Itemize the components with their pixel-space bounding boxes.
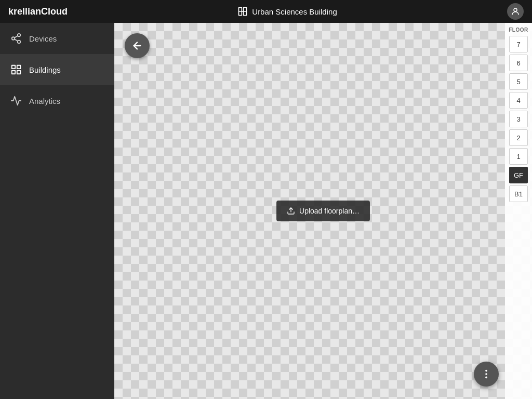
floor-btn-gf[interactable]: GF: [509, 167, 528, 183]
back-button[interactable]: [125, 33, 150, 58]
sidebar: Devices Buildings Analytics: [0, 23, 114, 399]
upload-floorplan-button[interactable]: Upload floorplan…: [276, 201, 370, 221]
building-name: Urban Sciences Building: [252, 7, 337, 16]
building-icon: [237, 6, 248, 17]
sidebar-item-analytics[interactable]: Analytics: [0, 85, 114, 116]
svg-rect-8: [12, 65, 15, 69]
floor-btn-7[interactable]: 7: [509, 36, 528, 52]
floor-btn-b1[interactable]: B1: [509, 185, 528, 202]
floor-panel: FLOOR 7 6 5 4 3 2 1 GF B1: [505, 23, 532, 399]
analytics-icon: [10, 95, 22, 107]
more-options-icon: [481, 368, 492, 380]
svg-rect-9: [17, 65, 20, 69]
logo-bold: krellian: [8, 6, 41, 17]
floor-btn-2[interactable]: 2: [509, 129, 528, 146]
svg-line-7: [15, 36, 18, 38]
upload-icon: [287, 207, 295, 215]
devices-label: Devices: [29, 34, 57, 43]
logo-light: Cloud: [41, 6, 68, 17]
floor-panel-label: FLOOR: [509, 27, 528, 33]
topbar: krellianCloud Urban Sciences Building: [0, 0, 532, 23]
svg-line-6: [15, 39, 18, 41]
floor-btn-1[interactable]: 1: [509, 148, 528, 165]
buildings-label: Buildings: [29, 65, 61, 74]
sidebar-item-devices[interactable]: Devices: [0, 23, 114, 54]
upload-button-label: Upload floorplan…: [299, 207, 360, 215]
floor-btn-4[interactable]: 4: [509, 92, 528, 109]
devices-icon: [10, 33, 22, 44]
svg-point-2: [514, 8, 517, 11]
main-layout: Devices Buildings Analytics: [0, 23, 532, 399]
svg-point-16: [485, 377, 487, 379]
floor-btn-6[interactable]: 6: [509, 55, 528, 71]
svg-point-15: [485, 373, 487, 375]
back-arrow-icon: [131, 40, 143, 51]
floor-btn-3[interactable]: 3: [509, 111, 528, 127]
floor-btn-5[interactable]: 5: [509, 73, 528, 90]
user-avatar[interactable]: [507, 3, 524, 20]
analytics-label: Analytics: [29, 97, 60, 105]
buildings-icon: [10, 64, 22, 75]
svg-rect-10: [12, 71, 15, 74]
content-area: Upload floorplan… FLOOR 7 6 5 4 3 2 1 GF…: [114, 23, 532, 399]
user-icon: [511, 7, 520, 16]
svg-point-14: [485, 370, 487, 372]
app-logo: krellianCloud: [8, 6, 68, 17]
fab-more-options[interactable]: [474, 362, 499, 387]
svg-rect-11: [17, 71, 20, 74]
sidebar-item-buildings[interactable]: Buildings: [0, 54, 114, 85]
topbar-center: Urban Sciences Building: [237, 6, 337, 17]
